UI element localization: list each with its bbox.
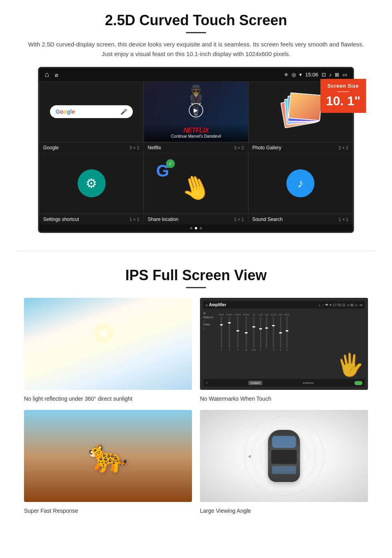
settings-cell-inner: ⚙ [40, 153, 143, 213]
amplifier-visual: ⌂ Amplifier ♪ ··· ❤ ▾ 17:33 ⊡ ♬ ⊠ ▭ ➜ ⚙ … [200, 298, 368, 390]
car-visual: ◂ [200, 410, 368, 502]
ips-title-underline [186, 287, 206, 288]
screen-size-label: Screen Size [326, 83, 360, 89]
netflix-subtitle: Continue Marvel's Daredevil [148, 134, 244, 138]
dot-3 [200, 227, 202, 229]
camera-icon: ⊡ [322, 72, 326, 78]
car-rear-window [272, 466, 296, 474]
volume-icon: ♪ [329, 72, 332, 78]
app-grid-row2: ⚙ G ✓ 🤚 [39, 153, 353, 214]
google-search-bar[interactable]: Google 🎤 [50, 105, 133, 118]
amplifier-caption: No Watermarks When Touch [200, 395, 368, 402]
amp-bottom-bar: «‹ Custom loudness [203, 379, 365, 387]
sunlight-visual [24, 298, 192, 390]
settings-app-size: 1 × 1 [130, 217, 140, 222]
car-roof [271, 450, 297, 464]
ips-title: IPS Full Screen View [24, 267, 368, 284]
share-cell-content: G ✓ 🤚 [144, 153, 248, 213]
screen-size-divider-line [337, 91, 349, 92]
screen-indicator-dots [39, 225, 353, 232]
feature-amplifier: ⌂ Amplifier ♪ ··· ❤ ▾ 17:33 ⊡ ♬ ⊠ ▭ ➜ ⚙ … [200, 298, 368, 402]
feature-car: ◂ Large Viewing Angle [200, 410, 368, 514]
sound-app-name: Sound Search [252, 217, 283, 222]
dot-1 [190, 227, 192, 229]
share-cell-inner: G ✓ 🤚 [144, 153, 248, 213]
sound-app-size: 1 × 1 [338, 217, 348, 222]
car-image: ◂ [200, 410, 368, 502]
sound-search-icon: ♪ [286, 169, 314, 197]
hand-touch-icon: 🖐 [335, 351, 365, 379]
google-app-name: Google [43, 145, 59, 151]
feature-sunlight: No light reflecting under 360° direct su… [24, 298, 192, 402]
google-app-cell[interactable]: Google 🎤 [39, 81, 144, 142]
sound-label: Sound Search 1 × 1 [248, 214, 353, 225]
settings-app-cell[interactable]: ⚙ [39, 153, 144, 214]
bluetooth-icon: ✳ [284, 72, 288, 78]
screen-size-value: 10. 1" [326, 94, 360, 107]
mic-icon[interactable]: 🎤 [120, 108, 127, 115]
section-divider [16, 251, 376, 251]
app-grid-row1: Google 🎤 🕴 ▶ [39, 81, 353, 142]
sun-rays [91, 321, 115, 345]
gallery-label: Photo Gallery 2 × 2 [248, 143, 353, 153]
home-icon[interactable]: ⌂ [45, 70, 49, 79]
amp-top-bar: ⌂ Amplifier ♪ ··· ❤ ▾ 17:33 ⊡ ♬ ⊠ ▭ ➜ [203, 301, 365, 309]
amp-custom-button[interactable]: Custom [248, 381, 262, 385]
amplifier-image: ⌂ Amplifier ♪ ··· ❤ ▾ 17:33 ⊡ ♬ ⊠ ▭ ➜ ⚙ … [200, 298, 368, 390]
amp-toggle[interactable] [354, 381, 362, 385]
netflix-app-name: Netflix [148, 145, 161, 151]
netflix-app-cell[interactable]: 🕴 ▶ NETFLIX Continue Marvel's Daredevil [144, 81, 248, 142]
google-cell-content: Google 🎤 [40, 82, 143, 142]
car-caption: Large Viewing Angle [200, 508, 368, 514]
settings-icon: ⚙ [78, 169, 106, 197]
app-label-row2: Settings shortcut 1 × 1 Share location 1… [39, 214, 353, 225]
netflix-app-size: 3 × 2 [234, 145, 244, 150]
status-bar: ⌂ ⌀ ✳ ◎ ▾ 15:06 ⊡ ♪ ⊠ ▭ [39, 68, 353, 81]
device-mockup: Screen Size 10. 1" ⌂ ⌀ ✳ ◎ ▾ 15:06 ⊡ ♪ ⊠ [38, 67, 354, 233]
sunlight-image [24, 298, 192, 390]
netflix-cell-content: 🕴 ▶ NETFLIX Continue Marvel's Daredevil [144, 82, 248, 142]
google-label: Google 3 × 1 [39, 143, 144, 153]
section-ips: IPS Full Screen View No light reflecting… [0, 259, 392, 526]
netflix-label: Netflix 3 × 2 [144, 143, 248, 153]
title-underline [186, 32, 206, 33]
google-cell-inner: Google 🎤 [40, 82, 143, 142]
app-label-row1: Google 3 × 1 Netflix 3 × 2 Photo Gallery… [39, 142, 353, 153]
section-description: With 2.5D curved-display screen, this de… [24, 40, 368, 59]
status-right: ✳ ◎ ▾ 15:06 ⊡ ♪ ⊠ ▭ [284, 72, 347, 78]
netflix-overlay: NETFLIX Continue Marvel's Daredevil [144, 124, 248, 142]
close-icon: ⊠ [335, 72, 339, 78]
feature-cheetah: 🐆 Super Fast Response [24, 410, 192, 514]
netflix-cell-inner: 🕴 ▶ NETFLIX Continue Marvel's Daredevil [144, 82, 248, 142]
sound-cell-content: ♪ [249, 153, 352, 213]
device-screen: ⌂ ⌀ ✳ ◎ ▾ 15:06 ⊡ ♪ ⊠ ▭ [38, 67, 354, 233]
share-app-name: Share location [148, 217, 178, 222]
sunlight-caption: No light reflecting under 360° direct su… [24, 395, 192, 402]
wifi-icon: ▾ [299, 72, 302, 78]
window-icon: ▭ [342, 72, 347, 78]
google-logo: Google [56, 108, 75, 115]
amp-loudness-label: loudness [303, 381, 314, 384]
feature-grid: No light reflecting under 360° direct su… [24, 298, 368, 514]
car-windshield [272, 436, 296, 448]
share-app-size: 1 × 1 [234, 217, 244, 222]
green-check-icon: ✓ [166, 159, 175, 168]
dot-2-active [195, 227, 197, 229]
share-label: Share location 1 × 1 [144, 214, 248, 225]
settings-label: Settings shortcut 1 × 1 [39, 214, 144, 225]
cheetah-visual: 🐆 [24, 410, 192, 502]
photo-stack [280, 92, 320, 132]
share-location-cell[interactable]: G ✓ 🤚 [144, 153, 248, 214]
photo-card-flower [288, 92, 322, 121]
car-top-view [268, 430, 300, 482]
google-app-size: 3 × 1 [130, 145, 140, 150]
sound-search-cell[interactable]: ♪ [248, 153, 353, 214]
cheetah-silhouette: 🐆 [88, 437, 128, 475]
amp-title: ⌂ Amplifier [206, 303, 226, 307]
status-left: ⌂ ⌀ [45, 70, 58, 79]
section-curved: 2.5D Curved Touch Screen With 2.5D curve… [0, 0, 392, 243]
gallery-app-name: Photo Gallery [252, 145, 282, 151]
hand-pointing-icon: 🤚 [177, 169, 215, 206]
netflix-logo: NETFLIX [148, 127, 244, 134]
play-button[interactable]: ▶ [189, 103, 203, 117]
